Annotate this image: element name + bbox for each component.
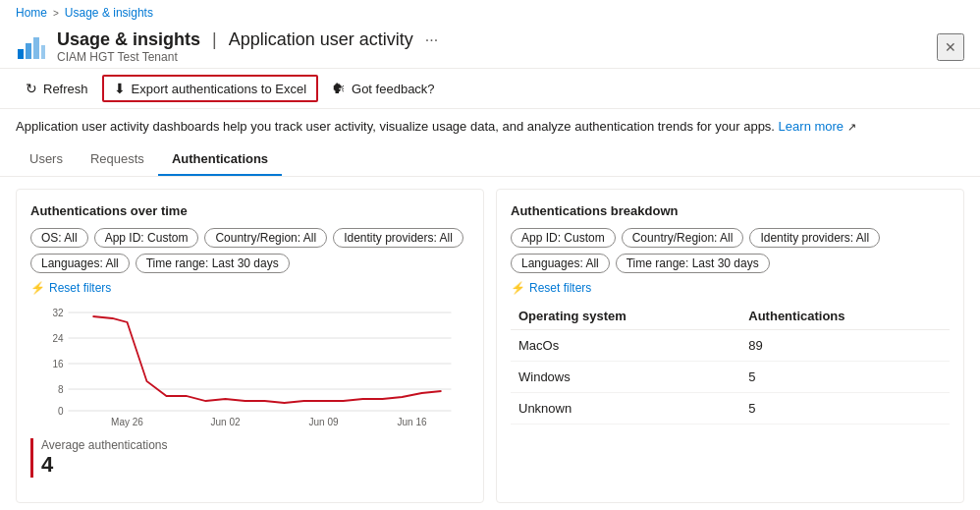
avg-value: 4 bbox=[41, 452, 168, 478]
filter-country[interactable]: Country/Region: All bbox=[204, 228, 327, 248]
svg-text:Jun 16: Jun 16 bbox=[397, 417, 426, 427]
breakdown-title: Authentications breakdown bbox=[511, 203, 950, 218]
bd-filter-country[interactable]: Country/Region: All bbox=[622, 228, 744, 248]
table-row: Windows5 bbox=[511, 362, 950, 393]
chart-filters: OS: All App ID: Custom Country/Region: A… bbox=[30, 228, 469, 273]
col-auth: Authentications bbox=[740, 303, 950, 330]
svg-rect-2 bbox=[33, 37, 39, 59]
average-section: Average authentications 4 bbox=[30, 438, 469, 478]
feedback-button[interactable]: 🗣 Got feedback? bbox=[322, 77, 445, 100]
breakdown-table: Operating system Authentications MacOs89… bbox=[511, 303, 950, 425]
bd-reset-filters-label: Reset filters bbox=[529, 281, 591, 295]
line-chart: 32 24 16 8 0 May 26 Jun 02 Jun 09 Jun 16 bbox=[30, 303, 469, 430]
header-divider: | bbox=[212, 29, 217, 50]
filter-appid[interactable]: App ID: Custom bbox=[94, 228, 199, 248]
bd-reset-filters-btn[interactable]: ⚡ Reset filters bbox=[511, 281, 950, 295]
bd-filter-idp[interactable]: Identity providers: All bbox=[749, 228, 880, 248]
svg-text:32: 32 bbox=[52, 308, 64, 318]
auth-count-cell: 5 bbox=[740, 362, 950, 393]
svg-text:Jun 02: Jun 02 bbox=[210, 417, 240, 427]
header-title-group: Usage & insights | Application user acti… bbox=[57, 29, 438, 64]
breakdown-filters: App ID: Custom Country/Region: All Ident… bbox=[511, 228, 950, 273]
close-button[interactable]: ✕ bbox=[937, 33, 964, 61]
main-content: Authentications over time OS: All App ID… bbox=[0, 177, 980, 510]
col-os: Operating system bbox=[511, 303, 740, 330]
breadcrumb-section[interactable]: Usage & insights bbox=[65, 6, 153, 20]
tab-requests[interactable]: Requests bbox=[77, 143, 158, 176]
more-options-icon[interactable]: ··· bbox=[425, 31, 438, 49]
os-cell: Windows bbox=[511, 362, 740, 393]
breadcrumb-sep1: > bbox=[53, 8, 59, 19]
svg-text:16: 16 bbox=[52, 359, 64, 369]
refresh-icon: ↻ bbox=[26, 81, 37, 96]
avg-info: Average authentications 4 bbox=[41, 438, 168, 478]
page-subtitle: Application user activity bbox=[229, 29, 413, 50]
auth-count-cell: 5 bbox=[740, 393, 950, 425]
chart-svg: 32 24 16 8 0 May 26 Jun 02 Jun 09 Jun 16 bbox=[30, 303, 469, 430]
bd-filter-lang[interactable]: Languages: All bbox=[511, 254, 610, 273]
app-icon bbox=[16, 31, 47, 63]
toolbar: ↻ Refresh ⬇ Export authentications to Ex… bbox=[0, 69, 980, 109]
learn-more-link[interactable]: Learn more bbox=[779, 119, 844, 134]
feedback-icon: 🗣 bbox=[332, 81, 346, 96]
export-button[interactable]: ⬇ Export authentications to Excel bbox=[102, 75, 319, 102]
bd-filter-appid[interactable]: App ID: Custom bbox=[511, 228, 616, 248]
chart-title: Authentications over time bbox=[30, 203, 469, 218]
filter-icon: ⚡ bbox=[30, 281, 45, 295]
filter-idp[interactable]: Identity providers: All bbox=[333, 228, 463, 248]
table-row: MacOs89 bbox=[511, 330, 950, 362]
auth-count-cell: 89 bbox=[740, 330, 950, 362]
refresh-button[interactable]: ↻ Refresh bbox=[16, 77, 98, 100]
reset-filters-label: Reset filters bbox=[49, 281, 111, 295]
svg-text:24: 24 bbox=[52, 333, 64, 344]
svg-text:May 26: May 26 bbox=[111, 417, 143, 427]
os-cell: MacOs bbox=[511, 330, 740, 362]
description-text: Application user activity dashboards hel… bbox=[16, 119, 775, 134]
breakdown-card: Authentications breakdown App ID: Custom… bbox=[496, 189, 964, 503]
breadcrumb-home[interactable]: Home bbox=[16, 6, 47, 20]
header-left: Usage & insights | Application user acti… bbox=[16, 29, 438, 64]
os-cell: Unknown bbox=[511, 393, 740, 425]
tenant-name: CIAM HGT Test Tenant bbox=[57, 50, 438, 64]
svg-rect-0 bbox=[18, 49, 24, 59]
filter-os[interactable]: OS: All bbox=[30, 228, 88, 248]
refresh-label: Refresh bbox=[43, 82, 88, 96]
description-bar: Application user activity dashboards hel… bbox=[0, 109, 980, 143]
filter-timerange[interactable]: Time range: Last 30 days bbox=[136, 254, 290, 273]
reset-filters-btn[interactable]: ⚡ Reset filters bbox=[30, 281, 469, 295]
export-label: Export authentications to Excel bbox=[132, 82, 307, 96]
tab-bar: Users Requests Authentications bbox=[0, 143, 980, 177]
svg-text:8: 8 bbox=[58, 384, 64, 395]
bd-filter-timerange[interactable]: Time range: Last 30 days bbox=[616, 254, 770, 273]
external-link-icon: ↗ bbox=[847, 121, 856, 133]
page-header: Usage & insights | Application user acti… bbox=[0, 26, 980, 69]
breadcrumb: Home > Usage & insights bbox=[0, 0, 980, 26]
avg-label: Average authentications bbox=[41, 438, 168, 452]
download-icon: ⬇ bbox=[114, 81, 126, 96]
tab-users[interactable]: Users bbox=[16, 143, 77, 176]
page-title: Usage & insights bbox=[57, 29, 200, 50]
svg-text:0: 0 bbox=[58, 406, 64, 417]
svg-rect-3 bbox=[41, 45, 45, 59]
svg-text:Jun 09: Jun 09 bbox=[308, 417, 338, 427]
feedback-label: Got feedback? bbox=[352, 82, 435, 96]
table-row: Unknown5 bbox=[511, 393, 950, 425]
chart-card: Authentications over time OS: All App ID… bbox=[16, 189, 484, 503]
svg-rect-1 bbox=[26, 43, 31, 59]
filter-lang[interactable]: Languages: All bbox=[30, 254, 130, 273]
bd-filter-icon: ⚡ bbox=[511, 281, 525, 295]
tab-authentications[interactable]: Authentications bbox=[158, 143, 282, 176]
